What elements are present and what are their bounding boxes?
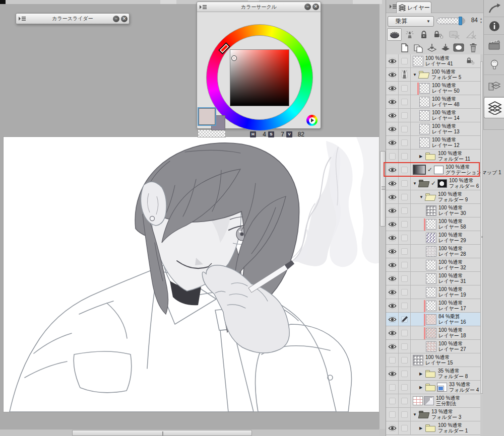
layer-row[interactable]: 100 %通常 レイヤー 13 [386, 122, 480, 136]
layer-flag-cell[interactable] [399, 326, 411, 339]
layer-flag-cell[interactable] [399, 381, 411, 394]
layer-row[interactable]: 100 %通常 レイヤー 50 [386, 82, 480, 95]
bulb-icon[interactable] [484, 55, 504, 75]
layer-thumbnails[interactable] [413, 56, 423, 66]
layer-flag-cell[interactable] [399, 313, 411, 326]
layer-row[interactable]: 100 %通常 レイヤー 15 [386, 353, 480, 367]
layer-visibility-toggle[interactable] [386, 204, 399, 217]
layer-visibility-toggle[interactable] [386, 421, 399, 434]
canvas-vscrollbar[interactable] [379, 4, 386, 429]
layer-visibility-toggle[interactable] [386, 313, 399, 326]
transparent-color-swatch[interactable] [198, 129, 226, 137]
layer-row[interactable]: ▶ 33 %通常 フォルダー 4 [386, 381, 480, 394]
layer-template-icon[interactable] [484, 76, 504, 97]
expand-toggle[interactable]: ▶ [419, 372, 425, 376]
layer-row[interactable]: ▼ 100 %通常 フォルダー 9 [386, 190, 480, 204]
layer-visibility-toggle[interactable] [386, 258, 399, 271]
layer-thumbnail[interactable] [424, 396, 434, 405]
layer-thumbnails[interactable] [426, 314, 436, 325]
layer-row[interactable]: 84 %乗算 レイヤー 16 [386, 313, 480, 326]
layer-row[interactable]: ▶ 35 %通常 フォルダー 8 [386, 367, 480, 381]
minimize-button[interactable]: − [304, 4, 311, 10]
layer-thumbnail[interactable] [413, 165, 426, 175]
layer-thumbnail[interactable] [426, 273, 436, 284]
info-icon[interactable] [484, 18, 504, 35]
layer-visibility-toggle[interactable] [386, 150, 399, 163]
layer-flag-cell[interactable] [399, 163, 411, 176]
layer-row[interactable]: ▼ ✓ 100 %通常 フォルダー 6 [386, 177, 480, 190]
layer-row[interactable]: 100 %通常 レイヤー 27 [386, 340, 480, 353]
lock-icon[interactable] [417, 28, 431, 41]
layer-visibility-toggle[interactable] [386, 95, 399, 108]
layer-thumbnails[interactable]: ✓ [413, 165, 444, 175]
clip-oval-icon[interactable] [387, 28, 402, 41]
layer-thumbnail[interactable] [437, 179, 447, 188]
layer-row[interactable]: 100 %通常 レイヤー 17 [386, 299, 480, 313]
layer-flag-cell[interactable] [399, 285, 411, 299]
opacity-stepper[interactable]: ▲▼ [480, 17, 483, 25]
layer-visibility-toggle[interactable] [386, 231, 399, 244]
layer-thumbnail[interactable] [426, 246, 436, 257]
layer-thumbnail[interactable] [426, 314, 436, 325]
layer-thumbnail[interactable] [426, 287, 436, 298]
layer-row[interactable]: 100 %通常 三分割法 [386, 394, 480, 408]
layer-thumbnails[interactable] [419, 124, 430, 134]
new-folder-icon[interactable] [412, 41, 425, 54]
expand-toggle[interactable]: ▶ [419, 385, 425, 390]
layer-thumbnail[interactable] [437, 383, 447, 392]
hscrollbar-thumb[interactable] [72, 430, 252, 436]
expand-toggle[interactable]: ▶ [419, 154, 425, 159]
layer-visibility-toggle[interactable] [386, 245, 399, 258]
enable-mask-icon[interactable] [447, 28, 463, 41]
layer-flag-cell[interactable] [399, 150, 411, 163]
ruler-icon[interactable] [463, 28, 479, 41]
layer-visibility-toggle[interactable] [386, 272, 399, 285]
layer-flag-cell[interactable] [399, 136, 411, 149]
layer-flag-cell[interactable] [399, 217, 411, 231]
layer-thumbnails[interactable] [426, 287, 436, 298]
layer-row[interactable]: ▶ 100 %通常 フォルダー 1 [386, 421, 480, 435]
layer-thumbnail[interactable] [426, 260, 436, 270]
close-icon[interactable]: ✕ [312, 4, 319, 10]
layer-thumbnails[interactable]: ✓ [418, 178, 447, 189]
layer-flag-cell[interactable] [399, 95, 411, 108]
layer-flag-cell[interactable] [399, 204, 411, 217]
layer-thumbnails[interactable] [413, 355, 423, 366]
layer-thumbnails[interactable] [426, 260, 436, 270]
expand-toggle[interactable]: ▼ [419, 195, 425, 199]
layer-row[interactable]: ▼ 100 %通常 フォルダー 5 [386, 68, 480, 82]
layer-thumbnail[interactable] [426, 341, 436, 352]
layer-flag-cell[interactable] [399, 408, 411, 421]
layer-row[interactable]: 100 %通常 レイヤー 58 [386, 217, 480, 231]
color-slider-window[interactable]: カラースライダー − ✕ [16, 13, 130, 24]
layer-flag-cell[interactable] [399, 190, 411, 203]
layer-visibility-toggle[interactable] [386, 367, 399, 380]
layer-thumbnail[interactable] [426, 219, 436, 230]
layer-visibility-toggle[interactable] [386, 353, 399, 367]
layer-row[interactable]: 100 %通常 レイヤー 31 [386, 272, 480, 285]
layer-thumbnail[interactable] [413, 355, 423, 366]
layer-flag-cell[interactable] [399, 299, 411, 312]
layer-visibility-toggle[interactable] [386, 136, 399, 149]
layer-thumbnail[interactable] [419, 83, 430, 94]
layer-thumbnails[interactable] [426, 205, 436, 216]
layer-visibility-toggle[interactable] [386, 381, 399, 394]
layer-flag-cell[interactable] [399, 122, 411, 135]
layer-thumbnail[interactable] [426, 301, 436, 311]
layer-row[interactable]: 100 %通常 レイヤー 12 [386, 136, 480, 150]
layer-row[interactable]: ▼ 13 %通常 フォルダー 3 [386, 408, 480, 421]
layer-row[interactable]: 100 %通常 レイヤー 41 [386, 54, 480, 68]
layer-thumbnails[interactable] [418, 69, 429, 80]
layer-flag-cell[interactable] [399, 272, 411, 285]
layer-thumbnail[interactable] [426, 205, 436, 216]
layer-visibility-toggle[interactable] [386, 217, 399, 231]
transfer-down-icon[interactable] [425, 41, 438, 54]
layer-thumbnails[interactable] [426, 328, 436, 338]
layer-thumbnail[interactable] [413, 56, 423, 66]
layer-visibility-toggle[interactable] [386, 394, 399, 407]
layer-thumbnail[interactable] [419, 110, 430, 121]
layer-flag-cell[interactable] [399, 394, 411, 407]
sv-marker[interactable] [231, 55, 237, 61]
panel-menu-icon[interactable] [389, 4, 397, 10]
layer-visibility-toggle[interactable] [386, 285, 399, 299]
